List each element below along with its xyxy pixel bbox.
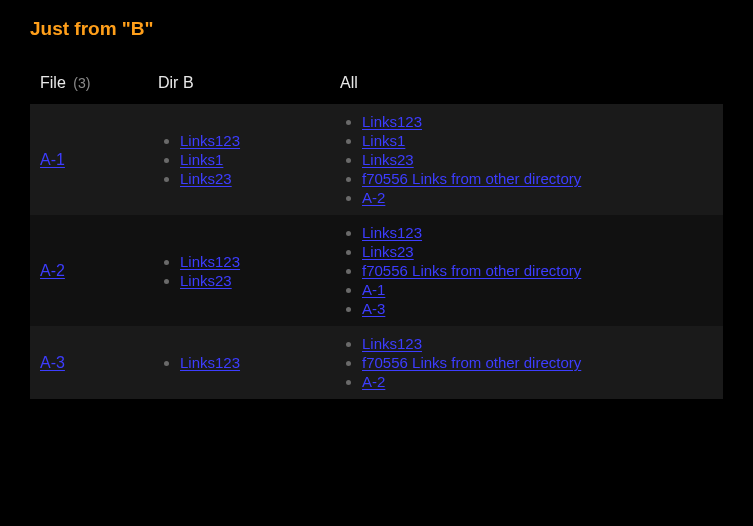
link[interactable]: f70556 Links from other directory <box>362 170 581 187</box>
all-list: Links123f70556 Links from other director… <box>340 334 713 391</box>
list-item: Links123 <box>180 131 320 150</box>
list-item: f70556 Links from other directory <box>362 261 713 280</box>
link[interactable]: Links123 <box>180 354 240 371</box>
cell-dirb: Links123Links1Links23 <box>148 104 330 215</box>
list-item: Links1 <box>180 150 320 169</box>
col-header-file-label: File <box>40 74 66 91</box>
list-item: Links1 <box>362 131 713 150</box>
link[interactable]: A-3 <box>362 300 385 317</box>
dirb-list: Links123Links23 <box>158 252 320 290</box>
link[interactable]: A-1 <box>362 281 385 298</box>
list-item: Links123 <box>362 223 713 242</box>
cell-dirb: Links123 <box>148 326 330 399</box>
link[interactable]: Links123 <box>180 253 240 270</box>
link[interactable]: f70556 Links from other directory <box>362 354 581 371</box>
link[interactable]: Links123 <box>362 335 422 352</box>
link[interactable]: f70556 Links from other directory <box>362 262 581 279</box>
all-list: Links123Links23f70556 Links from other d… <box>340 223 713 318</box>
list-item: Links123 <box>362 334 713 353</box>
dirb-list: Links123 <box>158 353 320 372</box>
link[interactable]: A-2 <box>362 373 385 390</box>
cell-dirb: Links123Links23 <box>148 215 330 326</box>
links-table: File (3) Dir B All A-1Links123Links1Link… <box>30 70 723 399</box>
list-item: Links23 <box>362 242 713 261</box>
list-item: Links23 <box>180 169 320 188</box>
list-item: Links123 <box>362 112 713 131</box>
link[interactable]: A-2 <box>362 189 385 206</box>
cell-all: Links123f70556 Links from other director… <box>330 326 723 399</box>
link[interactable]: Links1 <box>180 151 223 168</box>
file-link[interactable]: A-3 <box>40 354 65 371</box>
link[interactable]: Links123 <box>362 224 422 241</box>
col-header-dirb: Dir B <box>148 70 330 104</box>
dirb-list: Links123Links1Links23 <box>158 131 320 188</box>
cell-file: A-1 <box>30 104 148 215</box>
col-header-all: All <box>330 70 723 104</box>
file-link[interactable]: A-1 <box>40 151 65 168</box>
list-item: A-1 <box>362 280 713 299</box>
section-title: Just from "B" <box>30 18 723 40</box>
table-row: A-3Links123Links123f70556 Links from oth… <box>30 326 723 399</box>
link[interactable]: Links23 <box>362 151 414 168</box>
list-item: Links123 <box>180 252 320 271</box>
link[interactable]: Links23 <box>180 272 232 289</box>
cell-file: A-3 <box>30 326 148 399</box>
link[interactable]: Links123 <box>180 132 240 149</box>
list-item: A-2 <box>362 188 713 207</box>
cell-all: Links123Links1Links23f70556 Links from o… <box>330 104 723 215</box>
link[interactable]: Links1 <box>362 132 405 149</box>
all-list: Links123Links1Links23f70556 Links from o… <box>340 112 713 207</box>
link[interactable]: Links123 <box>362 113 422 130</box>
cell-file: A-2 <box>30 215 148 326</box>
col-header-file-count: (3) <box>73 75 90 91</box>
link[interactable]: Links23 <box>362 243 414 260</box>
cell-all: Links123Links23f70556 Links from other d… <box>330 215 723 326</box>
list-item: Links123 <box>180 353 320 372</box>
list-item: Links23 <box>362 150 713 169</box>
link[interactable]: Links23 <box>180 170 232 187</box>
list-item: f70556 Links from other directory <box>362 353 713 372</box>
list-item: Links23 <box>180 271 320 290</box>
col-header-file: File (3) <box>30 70 148 104</box>
list-item: A-3 <box>362 299 713 318</box>
table-row: A-2Links123Links23Links123Links23f70556 … <box>30 215 723 326</box>
table-row: A-1Links123Links1Links23Links123Links1Li… <box>30 104 723 215</box>
list-item: A-2 <box>362 372 713 391</box>
file-link[interactable]: A-2 <box>40 262 65 279</box>
list-item: f70556 Links from other directory <box>362 169 713 188</box>
